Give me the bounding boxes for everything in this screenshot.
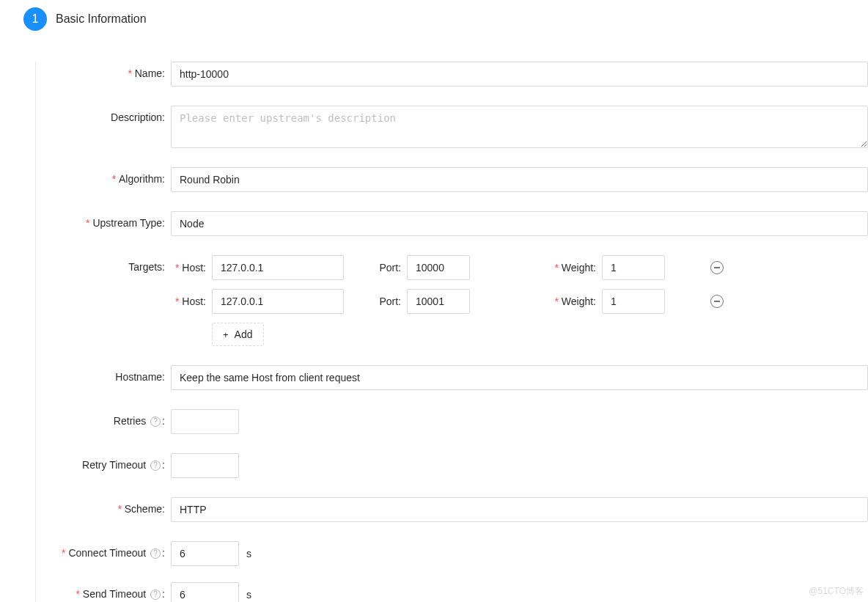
hostname-label: Hostname: [46,365,171,389]
host-label: Host: [171,256,212,279]
port-input[interactable] [407,255,470,280]
question-circle-icon[interactable]: ? [150,590,161,600]
host-input[interactable] [212,255,344,280]
connect-timeout-label: Connect Timeout ?: [46,541,171,565]
unit-seconds: s [246,589,251,601]
minus-circle-icon[interactable] [710,295,724,308]
port-label: Port: [344,256,407,279]
upstream-type-label: Upstream Type: [46,211,171,235]
host-label: Host: [171,290,212,313]
hostname-select[interactable]: Keep the same Host from client request [171,365,868,390]
weight-input[interactable] [602,255,665,280]
weight-label: Weight: [470,290,602,313]
watermark: @51CTO博客 [809,585,864,598]
section-title: Basic Information [56,12,147,26]
retry-timeout-label: Retry Timeout ?: [46,453,171,477]
target-row: Host: Port: Weight: [171,289,868,314]
retry-timeout-input[interactable] [171,453,239,478]
scheme-select[interactable]: HTTP [171,497,868,522]
port-input[interactable] [407,289,470,314]
retries-input[interactable] [171,409,239,434]
minus-circle-icon[interactable] [710,261,724,274]
question-circle-icon[interactable]: ? [150,548,161,559]
weight-label: Weight: [470,256,602,279]
send-timeout-label: Send Timeout ?: [46,582,171,602]
add-target-button[interactable]: + Add [212,323,264,346]
scheme-label: Scheme: [46,497,171,521]
port-label: Port: [344,290,407,313]
step-header: 1 Basic Information [23,7,868,31]
weight-input[interactable] [602,289,665,314]
algorithm-label: Algorithm: [46,167,171,191]
plus-icon: + [223,330,229,339]
target-row: Host: Port: Weight: [171,255,868,280]
name-label: Name: [46,62,171,85]
step-number-badge: 1 [23,7,47,31]
question-circle-icon[interactable]: ? [150,416,161,427]
connect-timeout-input[interactable] [171,541,239,566]
description-textarea[interactable] [171,106,868,148]
upstream-type-select[interactable]: Node [171,211,868,236]
description-label: Description: [46,106,171,129]
host-input[interactable] [212,289,344,314]
question-circle-icon[interactable]: ? [150,460,161,471]
unit-seconds: s [246,548,251,559]
send-timeout-input[interactable] [171,582,239,602]
retries-label: Retries ?: [46,409,171,433]
targets-label: Targets: [46,255,171,279]
name-input[interactable] [171,62,868,87]
algorithm-select[interactable]: Round Robin [171,167,868,192]
